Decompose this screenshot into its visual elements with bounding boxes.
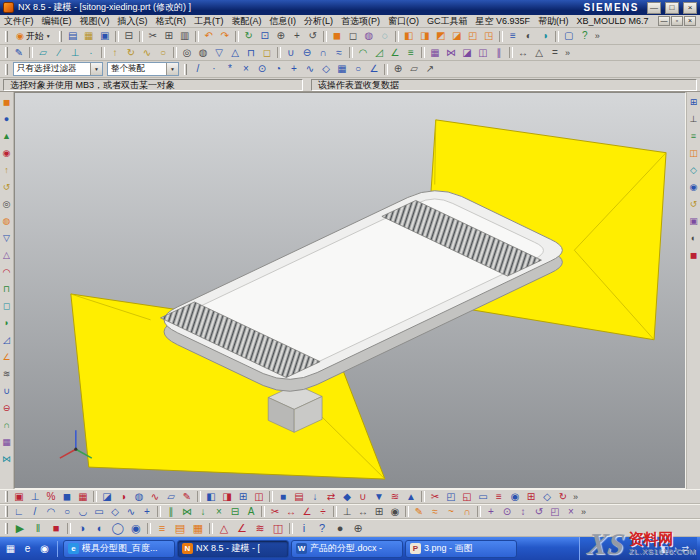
snap-endpoint-icon[interactable]: / [190,62,206,77]
history-icon[interactable]: ↺ [687,196,700,213]
menu-item[interactable]: 文件(F) [4,15,34,28]
initialize-project-icon[interactable]: ▣ [11,489,27,504]
toolbar-overflow-icon[interactable]: » [573,492,578,502]
hole-icon[interactable]: ◎ [0,196,13,213]
toolbar-overflow-icon[interactable]: » [595,31,600,41]
show-hide-icon[interactable]: ◐ [91,520,109,536]
line-icon[interactable]: / [27,504,43,519]
menu-item[interactable]: 信息(I) [270,15,297,28]
hd3d-tools-icon[interactable]: ◇ [687,162,700,179]
unite-icon[interactable]: ∪ [283,45,299,60]
parting-surface-icon[interactable]: ▱ [163,489,179,504]
layer-category-icon[interactable]: ▦ [189,520,207,536]
network-icon[interactable]: ⇄ [681,544,689,554]
point-icon[interactable]: ∙ [83,45,99,60]
draft-analysis-icon[interactable]: ∠ [233,520,251,536]
view-manager-icon[interactable]: ◉ [507,489,523,504]
snap-quadrant-icon[interactable]: ◔ [270,62,286,77]
toolbar-overflow-icon[interactable]: » [581,507,586,517]
pocket-icon[interactable]: ▽ [211,45,227,60]
snap-control-point-icon[interactable]: * [222,62,238,77]
standard-parts-icon[interactable]: ▤ [291,489,307,504]
help-icon[interactable]: ? [577,29,593,44]
minimize-button[interactable]: — [647,2,661,14]
toolbar-overflow-icon[interactable]: » [565,48,570,58]
sew-icon[interactable]: ≈ [331,45,347,60]
snap-intersection-icon[interactable]: × [238,62,254,77]
menu-item[interactable]: 视图(V) [80,15,110,28]
feature-playback-icon[interactable]: ▶ [11,520,29,536]
parting-line-icon[interactable]: ∿ [147,489,163,504]
edge-blend-icon[interactable]: ◗ [0,315,13,332]
menu-item[interactable]: 首选项(P) [341,15,380,28]
chamfer-icon[interactable]: ◿ [0,332,13,349]
scale-object-icon[interactable]: ◰ [547,504,563,519]
auto-constrain-icon[interactable]: ⊞ [371,504,387,519]
redo-icon[interactable]: ↷ [217,29,233,44]
help-context-icon[interactable]: ? [313,520,331,536]
reflect-analysis-icon[interactable]: ≋ [251,520,269,536]
chevron-down-icon[interactable]: ▼ [90,63,102,75]
shell-icon[interactable]: ◻ [0,298,13,315]
save-icon[interactable]: ▣ [97,29,113,44]
intersect-icon[interactable]: ∩ [315,45,331,60]
edit-parting-icon[interactable]: ✎ [179,489,195,504]
ime-icon[interactable]: ◧ [660,544,669,554]
slider-lifter-icon[interactable]: ⇄ [323,489,339,504]
text-curve-icon[interactable]: A [243,504,259,519]
geometric-constraints-icon[interactable]: ⊥ [339,504,355,519]
pattern-icon[interactable]: ▦ [0,434,13,451]
divide-curve-icon[interactable]: ÷ [315,504,331,519]
assembly-navigator-icon[interactable]: ⊞ [687,94,700,111]
toolbar-grip[interactable] [5,491,8,502]
block-icon[interactable]: ◼ [0,94,13,111]
doc-close-button[interactable]: × [684,16,696,26]
pattern-feature-icon[interactable]: ▦ [427,45,443,60]
snap-midpoint-icon[interactable]: · [206,62,222,77]
move-object-icon[interactable]: ↕ [515,504,531,519]
pause-icon[interactable]: ‖ [29,520,47,536]
point-icon[interactable]: + [139,504,155,519]
wireframe-view-icon[interactable]: ◻ [345,29,361,44]
solid-patch-icon[interactable]: ◧ [203,489,219,504]
datum-axis-icon[interactable]: ∕ [51,45,67,60]
check-regions-icon[interactable]: ◑ [115,489,131,504]
vector-constructor-icon[interactable]: ↗ [422,62,438,77]
pan-icon[interactable]: + [289,29,305,44]
menu-item[interactable]: 星空 V6.935F [476,15,531,28]
toolbar-grip[interactable] [59,31,62,42]
snap-angle-icon[interactable]: ∠ [366,62,382,77]
move-layer-icon[interactable]: ≡ [153,520,171,536]
zoom-icon[interactable]: ⊕ [273,29,289,44]
macro-icon[interactable]: ● [331,520,349,536]
mold-base-icon[interactable]: ■ [275,489,291,504]
quick-extend-icon[interactable]: ↔ [283,504,299,519]
front-view-icon[interactable]: ◩ [433,29,449,44]
revolve-icon[interactable]: ↺ [0,179,13,196]
show-desktop-icon[interactable]: ▦ [3,541,18,556]
cooling-icon[interactable]: ≋ [387,489,403,504]
right-view-icon[interactable]: ◰ [465,29,481,44]
measure-distance-icon[interactable]: ↔ [515,45,531,60]
workpiece-icon[interactable]: ◼ [59,489,75,504]
edge-blend-icon[interactable]: ◠ [355,45,371,60]
cut-icon[interactable]: ✂ [145,29,161,44]
runner-icon[interactable]: ∪ [355,489,371,504]
trimetric-view-icon[interactable]: ◨ [417,29,433,44]
show-hide-icon[interactable]: ◐ [521,29,537,44]
snap-point-on-curve-icon[interactable]: ∿ [302,62,318,77]
trim-mold-component-icon[interactable]: ✂ [427,489,443,504]
rectangle-icon[interactable]: ▭ [91,504,107,519]
make-corner-icon[interactable]: ∠ [299,504,315,519]
plane-constructor-icon[interactable]: ▱ [406,62,422,77]
snap-point-on-surface-icon[interactable]: ◇ [318,62,334,77]
sketch-icon[interactable]: ✎ [11,45,27,60]
rib-icon[interactable]: ⊓ [0,281,13,298]
new-window-icon[interactable]: ▢ [561,29,577,44]
core-design-icon[interactable]: ◱ [459,489,475,504]
ejector-pin-icon[interactable]: ↓ [307,489,323,504]
menu-item[interactable]: 插入(S) [118,15,148,28]
roles-icon[interactable]: ◐ [687,230,700,247]
taskbar-task-paint[interactable]: P 3.png - 画图 [405,540,517,558]
fillet-icon[interactable]: ◡ [75,504,91,519]
